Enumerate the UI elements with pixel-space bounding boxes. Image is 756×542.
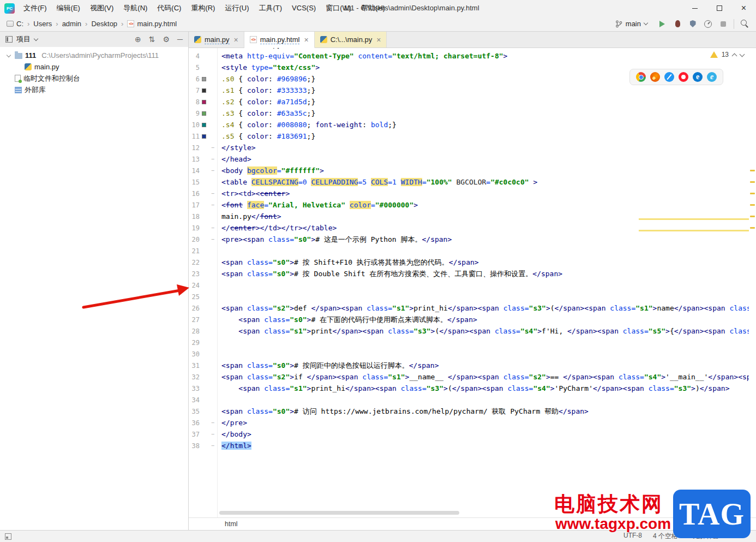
coverage-icon[interactable] — [687, 18, 699, 30]
settings-icon[interactable]: ⚙ — [163, 35, 170, 43]
fold-marker-icon[interactable]: − — [208, 236, 217, 242]
ie-icon[interactable] — [707, 72, 717, 82]
run-icon[interactable] — [656, 18, 668, 30]
menu-item[interactable]: 代码(C) — [152, 0, 186, 16]
breadcrumb-item[interactable]: C: — [5, 20, 25, 28]
code-line[interactable]: 8.s2 { color: #a71d5d;} — [189, 96, 756, 108]
profiler-icon[interactable] — [702, 18, 714, 30]
fold-marker-icon[interactable]: − — [208, 168, 217, 174]
menu-item[interactable]: 工具(T) — [254, 0, 287, 16]
code-line[interactable]: 7.s1 { color: #333333;} — [189, 85, 756, 96]
code-line[interactable]: 21 — [189, 245, 756, 257]
menu-item[interactable]: 编辑(E) — [52, 0, 85, 16]
code-line[interactable]: 16−<tr><td><center> — [189, 188, 756, 199]
editor-breadcrumb-html[interactable]: html — [225, 520, 238, 528]
code-line[interactable]: 19−</center></td></tr></table> — [189, 222, 756, 234]
stop-icon[interactable] — [717, 18, 729, 30]
tool-windows-toggle-icon[interactable] — [5, 533, 11, 540]
fold-marker-icon[interactable]: − — [208, 225, 217, 231]
close-icon[interactable]: × — [234, 36, 238, 44]
tree-item[interactable]: 临时文件和控制台 — [0, 73, 188, 84]
code-area[interactable]: 3<title>main.py</title>4<meta http-equiv… — [189, 48, 756, 517]
close-button[interactable]: × — [731, 0, 756, 16]
code-line[interactable]: 38−</html> — [189, 440, 756, 451]
close-icon[interactable]: × — [304, 36, 308, 44]
menu-item[interactable]: VCS(S) — [287, 0, 321, 16]
breadcrumb-item[interactable]: Desktop — [90, 20, 118, 28]
menu-item[interactable]: 运行(U) — [220, 0, 254, 16]
editor-tab[interactable]: C:\...\main.py× — [315, 32, 387, 47]
search-everywhere-icon[interactable] — [739, 18, 751, 30]
firefox-icon[interactable] — [650, 72, 660, 82]
code-line[interactable]: 4<meta http-equiv="Content-Type" content… — [189, 50, 756, 62]
warning-stripe-mark[interactable] — [750, 170, 755, 171]
code-line[interactable]: 35<span class="s0"># 访问 https://www.jetb… — [189, 406, 756, 417]
editor-tab[interactable]: main.py.html× — [244, 32, 315, 48]
menu-item[interactable]: 导航(N) — [118, 0, 152, 16]
warning-stripe-mark[interactable] — [750, 216, 755, 217]
fold-marker-icon[interactable]: − — [208, 443, 217, 449]
code-line[interactable]: 18main.py</font> — [189, 211, 756, 222]
error-stripe[interactable] — [749, 48, 756, 517]
code-line[interactable]: 37−</body> — [189, 428, 756, 440]
hide-icon[interactable]: ─ — [177, 35, 183, 43]
code-line[interactable]: 15<table CELLSPACING=0 CELLPADDING=5 COL… — [189, 176, 756, 188]
locate-icon[interactable]: ⊕ — [135, 35, 141, 43]
status-item[interactable]: 4 个空格 — [653, 532, 678, 541]
fold-marker-icon[interactable]: − — [208, 156, 217, 162]
debug-icon[interactable] — [671, 18, 683, 30]
code-line[interactable]: 22<span class="s0"># 按 Shift+F10 执行或将其替换… — [189, 257, 756, 268]
fold-marker-icon[interactable]: − — [208, 431, 217, 437]
minimize-button[interactable] — [682, 0, 707, 16]
code-line[interactable]: 20−<pre><span class="s0"># 这是一个示例 Python… — [189, 234, 756, 245]
fold-marker-icon[interactable]: − — [208, 420, 217, 426]
code-line[interactable]: 23<span class="s0"># 按 Double Shift 在所有地… — [189, 268, 756, 279]
code-line[interactable]: 12−</style> — [189, 142, 756, 153]
fold-marker-icon[interactable]: − — [208, 190, 217, 196]
code-line[interactable]: 13−</head> — [189, 153, 756, 165]
code-line[interactable]: 32<span class="s2">if </span><span class… — [189, 371, 756, 383]
maximize-button[interactable] — [707, 0, 731, 16]
chevron-down-icon[interactable] — [34, 36, 38, 40]
tree-item[interactable]: main.py — [0, 61, 188, 73]
code-line[interactable]: 24 — [189, 279, 756, 291]
next-warning-icon[interactable] — [740, 51, 745, 57]
code-line[interactable]: 31<span class="s0"># 按间距中的绿色按钮以运行脚本。</sp… — [189, 360, 756, 371]
code-line[interactable]: 30 — [189, 348, 756, 360]
breadcrumb-item[interactable]: Users — [32, 20, 53, 28]
code-line[interactable]: 17−<font face="Arial, Helvetica" color="… — [189, 199, 756, 211]
menu-item[interactable]: 视图(V) — [85, 0, 118, 16]
code-line[interactable]: 9.s3 { color: #63a35c;} — [189, 108, 756, 119]
breadcrumb-item[interactable]: admin — [61, 20, 82, 28]
status-item[interactable]: <无解释器> — [689, 532, 723, 541]
menu-item[interactable]: 重构(R) — [186, 0, 220, 16]
code-line[interactable]: 25 — [189, 291, 756, 302]
editor-tab[interactable]: main.py× — [189, 32, 244, 47]
tree-item[interactable]: 外部库 — [0, 84, 188, 96]
status-item[interactable]: UTF-8 — [623, 532, 642, 541]
code-line[interactable]: 34 — [189, 394, 756, 406]
horizontal-scrollbar[interactable] — [219, 511, 459, 515]
edge-icon[interactable] — [693, 72, 703, 82]
tree-item[interactable]: 111C:\Users\admin\PycharmProjects\111 — [0, 50, 188, 61]
chevron-down-icon[interactable] — [5, 55, 12, 57]
fold-marker-icon[interactable]: − — [208, 145, 217, 151]
collapse-icon[interactable]: ⇅ — [149, 35, 155, 43]
safari-icon[interactable] — [664, 72, 674, 82]
breadcrumb-item[interactable]: main.py.html — [126, 20, 178, 28]
prev-warning-icon[interactable] — [732, 53, 737, 59]
menu-item[interactable]: 文件(F) — [19, 0, 52, 16]
close-icon[interactable]: × — [376, 36, 381, 44]
code-line[interactable]: 29 — [189, 337, 756, 348]
inspection-widget[interactable]: 13 — [708, 50, 746, 59]
code-line[interactable]: 14−<body bgcolor="#ffffff"> — [189, 165, 756, 176]
code-line[interactable]: 36−</pre> — [189, 417, 756, 428]
warning-stripe-mark[interactable] — [750, 193, 755, 194]
chrome-icon[interactable] — [636, 72, 646, 82]
warning-stripe-mark[interactable] — [750, 227, 755, 229]
code-line[interactable]: 10.s4 { color: #008080; font-weight: bol… — [189, 119, 756, 130]
code-line[interactable]: 27 <span class="s0"># 在下面的代码行中使用断点来调试脚本。… — [189, 314, 756, 325]
warning-stripe-mark[interactable] — [750, 181, 755, 183]
opera-icon[interactable] — [679, 72, 688, 82]
git-branch-selector[interactable]: main — [611, 19, 652, 29]
